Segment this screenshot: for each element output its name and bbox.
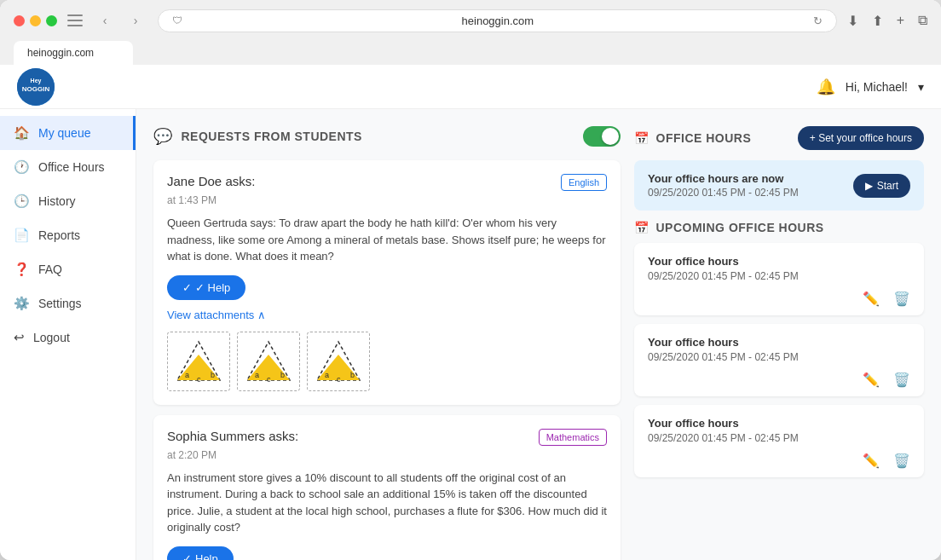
upcoming-card-title-3: Your office hours	[648, 417, 910, 430]
settings-icon: ⚙️	[14, 296, 30, 311]
help-button-1[interactable]: ✓ ✓ Help	[167, 275, 245, 300]
play-icon: ▶	[865, 180, 873, 192]
request-student-name-1: Jane Doe asks:	[167, 174, 255, 189]
triangle-image-1: a b c	[167, 332, 230, 391]
sidebar-item-label: Reports	[38, 228, 80, 242]
home-icon: 🏠	[14, 125, 30, 141]
set-office-hours-button[interactable]: + Set your office hours	[798, 126, 924, 150]
app-wrapper: Hey NOGGIN 🔔 Hi, Michael! ▾ 🏠 My queue	[0, 65, 941, 560]
logo-image: Hey NOGGIN	[17, 68, 55, 106]
checkmark-icon-2: ✓	[182, 552, 192, 561]
traffic-lights	[14, 15, 57, 26]
svg-text:NOGGIN: NOGGIN	[22, 85, 50, 93]
faq-icon: ❓	[14, 262, 30, 277]
active-tab[interactable]: heinoggin.com	[14, 41, 133, 65]
app-main: 🏠 My queue 🕐 Office Hours 🕒 History 📄 Re…	[0, 109, 941, 560]
student-name-1: Jane Doe asks:	[167, 174, 255, 188]
svg-text:a: a	[255, 371, 259, 379]
traffic-light-yellow[interactable]	[30, 15, 41, 26]
subject-badge-2: Mathematics	[539, 429, 607, 446]
svg-text:a: a	[185, 371, 189, 379]
help-button-2[interactable]: ✓ Help	[167, 546, 234, 561]
sidebar-item-label: FAQ	[38, 263, 62, 276]
user-greeting: Hi, Michael!	[846, 80, 908, 94]
office-hours-now-text: Your office hours are now 09/25/2020 01:…	[648, 172, 799, 199]
delete-button-1[interactable]: 🗑️	[893, 291, 910, 307]
edit-button-2[interactable]: ✏️	[863, 372, 880, 388]
url-text: heinoggin.com	[189, 14, 806, 27]
sidebar-item-my-queue[interactable]: 🏠 My queue	[0, 116, 136, 150]
requests-title: 💬 REQUESTS FROM STUDENTS	[153, 127, 362, 146]
reports-icon: 📄	[14, 228, 30, 243]
request-time-1: at 1:43 PM	[167, 194, 607, 206]
browser-actions: ⬇ ⬆ + ⧉	[847, 13, 927, 29]
upcoming-card-3: Your office hours 09/25/2020 01:45 PM - …	[634, 405, 924, 477]
download-button[interactable]: ⬇	[847, 13, 858, 29]
request-text-1: Queen Gertruda says: To draw apart the b…	[167, 215, 607, 265]
office-title: 📅 OFFICE HOURS	[634, 131, 751, 145]
sidebar-item-settings[interactable]: ⚙️ Settings	[0, 286, 136, 320]
app-logo: Hey NOGGIN	[17, 68, 55, 106]
upcoming-card-time-1: 09/25/2020 01:45 PM - 02:45 PM	[648, 270, 910, 282]
svg-text:c: c	[267, 375, 271, 384]
sidebar-toggle-icon[interactable]	[67, 14, 83, 26]
request-time-2: at 2:20 PM	[167, 449, 607, 461]
svg-text:c: c	[337, 375, 341, 384]
sidebar-item-reports[interactable]: 📄 Reports	[0, 218, 136, 252]
svg-text:b: b	[350, 371, 355, 379]
svg-text:b: b	[211, 371, 215, 379]
browser-top-bar: ‹ › 🛡 heinoggin.com ↻ ⬇ ⬆ + ⧉	[14, 9, 927, 41]
sidebar-item-label: Settings	[38, 297, 82, 310]
sidebar-item-logout[interactable]: ↩ Logout	[0, 320, 136, 355]
forward-button[interactable]: ›	[124, 9, 147, 32]
svg-text:Hey: Hey	[31, 78, 42, 84]
history-icon: 🕒	[14, 193, 30, 209]
back-button[interactable]: ‹	[93, 9, 117, 32]
address-bar[interactable]: 🛡 heinoggin.com ↻	[158, 9, 837, 32]
office-hours-now-time: 09/25/2020 01:45 PM - 02:45 PM	[648, 187, 799, 199]
chevron-down-icon: ▾	[918, 80, 924, 94]
student-name-2: Sophia Summers asks:	[167, 429, 298, 443]
start-button[interactable]: ▶ Start	[853, 174, 910, 198]
refresh-icon[interactable]: ↻	[813, 14, 823, 27]
attachments-row-1: a b c a b	[167, 332, 607, 391]
traffic-light-green[interactable]	[46, 15, 57, 26]
sidebar: 🏠 My queue 🕐 Office Hours 🕒 History 📄 Re…	[0, 109, 136, 560]
clock-icon: 🕐	[14, 159, 30, 175]
logout-icon: ↩	[14, 330, 25, 345]
office-hours-now-title: Your office hours are now	[648, 172, 799, 185]
edit-button-1[interactable]: ✏️	[863, 291, 880, 307]
windows-button[interactable]: ⧉	[918, 13, 927, 28]
notification-bell-icon[interactable]: 🔔	[817, 78, 835, 96]
new-tab-button[interactable]: +	[897, 13, 904, 28]
browser-tabs: heinoggin.com	[14, 41, 927, 65]
upcoming-card-title-1: Your office hours	[648, 255, 910, 268]
upcoming-card-time-3: 09/25/2020 01:45 PM - 02:45 PM	[648, 432, 910, 444]
view-attachments-1[interactable]: View attachments ∧	[167, 309, 607, 321]
sidebar-item-history[interactable]: 🕒 History	[0, 184, 136, 218]
requests-panel: 💬 REQUESTS FROM STUDENTS Jane Doe	[153, 126, 621, 543]
delete-button-2[interactable]: 🗑️	[893, 372, 910, 388]
calendar-icon: 📅	[634, 131, 649, 145]
app-topbar: Hey NOGGIN 🔔 Hi, Michael! ▾	[0, 65, 941, 109]
upcoming-card-actions-1: ✏️ 🗑️	[648, 291, 910, 307]
traffic-light-red[interactable]	[14, 15, 25, 26]
requests-toggle[interactable]	[583, 126, 621, 147]
triangle-image-2: a b c	[237, 332, 300, 391]
chevron-up-icon: ∧	[257, 309, 266, 321]
edit-button-3[interactable]: ✏️	[863, 453, 880, 469]
office-panel: 📅 OFFICE HOURS + Set your office hours Y…	[634, 126, 924, 543]
app-user: 🔔 Hi, Michael! ▾	[817, 78, 924, 96]
upcoming-card-actions-2: ✏️ 🗑️	[648, 372, 910, 388]
share-button[interactable]: ⬆	[872, 13, 883, 29]
sidebar-item-office-hours[interactable]: 🕐 Office Hours	[0, 150, 136, 184]
upcoming-card-2: Your office hours 09/25/2020 01:45 PM - …	[634, 324, 924, 396]
sidebar-item-label: History	[38, 194, 76, 208]
delete-button-3[interactable]: 🗑️	[893, 453, 910, 469]
upcoming-title: 📅 UPCOMING OFFICE HOURS	[634, 221, 924, 234]
tab-label: heinoggin.com	[27, 47, 94, 59]
office-hours-now-card: Your office hours are now 09/25/2020 01:…	[634, 160, 924, 211]
subject-badge-1: English	[561, 174, 607, 191]
sidebar-item-label: Logout	[33, 331, 70, 344]
sidebar-item-faq[interactable]: ❓ FAQ	[0, 252, 136, 286]
